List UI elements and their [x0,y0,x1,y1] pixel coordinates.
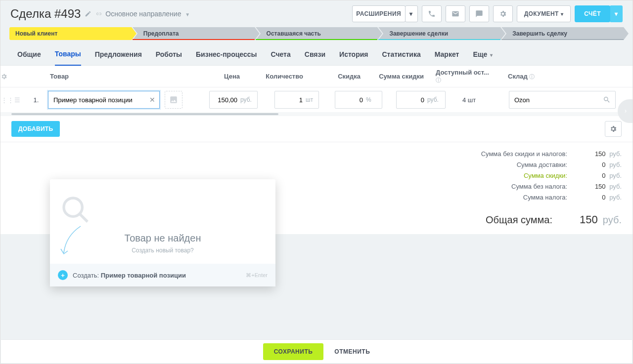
th-price: Цена [181,73,254,80]
extensions-button[interactable]: РАСШИРЕНИЯ [352,5,406,22]
create-label: Создать: [73,272,99,279]
stage[interactable]: Завершить сделку [501,27,624,40]
th-discount-sum: Сумма скидки [371,73,436,80]
tab[interactable]: Роботы [156,50,182,65]
available-stock: 4 шт [446,96,504,104]
info-icon: ⓘ [436,77,441,83]
add-row: ДОБАВИТЬ [0,116,633,142]
tab[interactable]: Счета [271,50,290,65]
horizontal-scrollbar[interactable] [0,112,633,116]
tab[interactable]: Статистика [382,50,420,65]
create-name: Пример товарной позиции [101,272,186,279]
content: Товар Цена Количество Скидка Сумма скидк… [0,66,633,234]
th-qty: Количество [254,73,312,80]
stage[interactable]: Новый клиент [9,27,132,40]
stage[interactable]: Завершение сделки [378,27,500,40]
store-input-wrapper [509,91,616,109]
plus-icon: + [58,270,68,280]
tab[interactable]: Товары [55,50,81,66]
product-input[interactable] [53,96,144,104]
stage[interactable]: Предоплата [133,27,255,40]
call-icon[interactable] [422,5,442,22]
arrow-hint-icon [59,224,84,259]
clear-icon[interactable]: ✕ [149,96,155,104]
mail-icon[interactable] [446,5,465,22]
gear-icon[interactable] [493,5,513,22]
table-settings-icon[interactable] [605,121,622,137]
discount-sum-input-wrapper: руб. [396,91,446,109]
discount-input-wrapper: % [335,91,382,109]
th-product: Товар [48,73,181,80]
qty-unit: шт [305,96,317,103]
breadcrumb-link-icon [95,11,101,17]
tab[interactable]: Предложения [95,50,142,65]
th-store: Склад ⓘ [494,73,602,81]
invoice-dropdown[interactable]: ▾ [610,5,623,22]
add-button[interactable]: ДОБАВИТЬ [11,121,60,137]
drag-handle-icon[interactable]: ⋮⋮ [0,96,14,104]
create-prompt: Создать новый товар? [60,247,266,254]
save-button[interactable]: СОХРАНИТЬ [263,343,324,360]
title-number: #493 [54,7,81,20]
chevron-down-icon: ▾ [490,52,493,58]
scrollbar-thumb[interactable] [11,113,278,115]
tabs: ОбщиеТоварыПредложенияРоботыБизнес-проце… [0,44,633,66]
breadcrumb[interactable]: Основное направление ▼ [105,10,190,18]
qty-input[interactable] [275,96,305,104]
tab[interactable]: Маркет [435,50,459,65]
totals-row: Сумма без скидки и налогов:150 руб. [11,150,622,161]
stages: Новый клиентПредоплатаОставшаяся частьЗа… [0,27,633,44]
product-input-wrapper: ✕ [48,91,160,109]
info-icon: ⓘ [529,74,535,80]
tab[interactable]: Связи [305,50,325,65]
footer: СОХРАНИТЬ ОТМЕНИТЬ [1,339,632,363]
price-input-wrapper: руб. [209,91,258,109]
totals-row: Сумма доставки:0 руб. [11,161,622,172]
list-icon[interactable]: ☰ [14,96,24,104]
tab[interactable]: Бизнес-процессы [196,50,257,65]
invoice-button[interactable]: СЧЁТ [575,5,610,22]
image-placeholder[interactable] [165,91,182,109]
svg-line-1 [80,214,88,222]
store-input[interactable] [514,96,600,104]
table-header: Товар Цена Количество Скидка Сумма скидк… [0,66,633,87]
page-title: Сделка #493 [10,7,81,21]
discount-input[interactable] [335,96,365,104]
cancel-button[interactable]: ОТМЕНИТЬ [334,348,370,355]
title-prefix: Сделка [10,7,51,20]
th-discount: Скидка [312,73,371,80]
edit-title-icon[interactable] [85,10,91,17]
row-number: 1. [24,96,48,104]
not-found-title: Товар не найден [60,233,266,244]
grand-total-value: 150 руб. [552,213,622,226]
create-product-action[interactable]: + Создать: Пример товарной позиции ⌘+Ent… [50,264,275,286]
chat-icon[interactable] [469,5,489,22]
price-input[interactable] [210,96,239,104]
search-large-icon [60,194,266,226]
svg-point-0 [64,198,82,216]
price-currency: руб. [239,96,256,103]
discount-sum-currency: руб. [426,96,443,103]
stage[interactable]: Оставшаяся часть [256,27,378,40]
discount-sum-input[interactable] [397,96,426,104]
search-icon[interactable] [603,96,611,104]
product-search-dropdown: Товар не найден Создать новый товар? + С… [50,179,275,286]
table-row: ⋮⋮ ☰ 1. ✕ руб. шт % руб. 4 шт [0,87,633,112]
th-avail: Доступный ост... ⓘ [436,69,494,84]
tab[interactable]: История [339,50,368,65]
extensions-dropdown[interactable]: ▾ [405,5,418,22]
tab-more[interactable]: Еще ▾ [473,50,493,65]
tab[interactable]: Общие [17,50,41,65]
discount-unit: % [365,96,375,103]
header: Сделка #493 Основное направление ▼ РАСШИ… [0,0,633,27]
qty-input-wrapper: шт [274,91,319,109]
column-gear[interactable] [0,73,24,80]
document-button[interactable]: ДОКУМЕНТ ▾ [517,5,571,22]
shortcut-hint: ⌘+Enter [246,272,268,279]
grand-total-label: Общая сумма: [486,214,552,226]
header-actions: РАСШИРЕНИЯ ▾ ДОКУМЕНТ ▾ СЧЁТ ▾ [352,5,623,22]
chevron-down-icon: ▼ [185,12,190,17]
